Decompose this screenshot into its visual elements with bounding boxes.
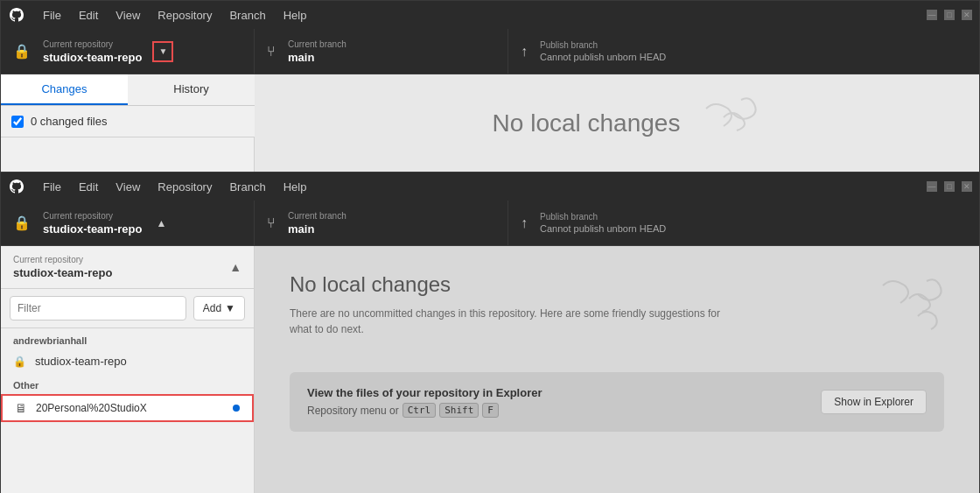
repo-selector-up-button[interactable]: ▲ (229, 260, 242, 274)
unsynced-dot (233, 405, 240, 412)
current-repo-label: Current repository (43, 40, 142, 49)
bottom-toolbar: 🔒 Current repository studiox-team-repo ▲… (1, 201, 979, 246)
repo-dropdown-button[interactable]: ▼ (152, 41, 173, 62)
bottom-branch-name-label: main (288, 223, 346, 235)
repo-selector-name: studiox-team-repo (13, 266, 112, 279)
kbd-ctrl: Ctrl (402, 403, 437, 418)
filter-row: Add ▼ (1, 289, 254, 328)
no-changes-illustration (865, 272, 944, 337)
bottom-main-content: No local changes There are no uncommitte… (255, 246, 979, 493)
menu-edit[interactable]: Edit (72, 5, 105, 25)
menu-view[interactable]: View (108, 5, 147, 25)
top-toolbar: 🔒 Current repository studiox-team-repo ▼… (1, 29, 979, 74)
repo-info: Current repository studiox-team-repo (43, 40, 142, 63)
close-button[interactable]: ✕ (962, 10, 972, 20)
kbd-shift: Shift (439, 403, 479, 418)
action-card-title: View the files of your repository in Exp… (307, 386, 821, 399)
bottom-branch-icon: ⑂ (267, 215, 276, 231)
publish-branch-label: Publish branch (540, 41, 666, 50)
repo-selector-info: Current repository studiox-team-repo (13, 255, 112, 279)
bottom-minimize-button[interactable]: — (927, 181, 937, 192)
current-branch-label: Current branch (288, 40, 346, 49)
changed-files-label: 0 changed files (31, 115, 107, 128)
left-panel: Current repository studiox-team-repo ▲ A… (1, 246, 255, 493)
action-card-text: View the files of your repository in Exp… (307, 386, 821, 418)
show-in-explorer-button[interactable]: Show in Explorer (821, 390, 927, 414)
menu-help[interactable]: Help (276, 5, 314, 25)
bottom-menu-branch[interactable]: Branch (222, 177, 272, 197)
list-item-studiox-team-repo[interactable]: 🔒 studiox-team-repo (1, 349, 254, 373)
filter-input[interactable] (10, 296, 186, 320)
select-all-checkbox[interactable] (11, 116, 24, 128)
bottom-menu-help[interactable]: Help (276, 177, 314, 197)
add-dropdown-arrow: ▼ (225, 302, 235, 314)
repo-selector-label: Current repository (13, 255, 112, 264)
maximize-button[interactable]: □ (944, 10, 955, 20)
branch-info: Current branch main (288, 40, 346, 63)
current-repo-section[interactable]: 🔒 Current repository studiox-team-repo ▼ (1, 29, 255, 74)
publish-branch-section[interactable]: ↑ Publish branch Cannot publish unborn H… (508, 29, 979, 74)
minimize-button[interactable]: — (927, 10, 937, 20)
bottom-repo-up-icon[interactable]: ▲ (156, 217, 166, 229)
no-changes-description: There are no uncommitted changes in this… (290, 306, 727, 337)
top-left-panel: Changes History 0 changed files (1, 74, 255, 173)
action-card-subtitle-prefix: Repository menu or (307, 405, 399, 417)
menu-branch[interactable]: Branch (222, 5, 272, 25)
list-item-lock-icon: 🔒 (13, 356, 26, 368)
branch-icon: ⑂ (267, 44, 276, 60)
bottom-publish-branch-label: Publish branch (540, 213, 666, 222)
bottom-layout: Current repository studiox-team-repo ▲ A… (1, 246, 979, 493)
top-window: File Edit View Repository Branch Help — … (0, 0, 980, 172)
top-layout: Changes History 0 changed files No local… (1, 74, 979, 173)
list-item-personal-repo-name: 20Personal%20StudioX (36, 402, 224, 414)
publish-info: Publish branch Cannot publish unborn HEA… (540, 41, 666, 62)
list-item-personal-studiox[interactable]: 🖥 20Personal%20StudioX (1, 394, 254, 422)
group-andrewbrianhall: andrewbrianhall (1, 328, 254, 349)
bottom-current-branch-section[interactable]: ⑂ Current branch main (255, 201, 508, 245)
list-item-repo-name: studiox-team-repo (35, 355, 127, 368)
publish-branch-sub: Cannot publish unborn HEAD (540, 53, 666, 62)
list-item-computer-icon: 🖥 (15, 401, 27, 415)
no-changes-title: No local changes (290, 272, 727, 297)
bottom-publish-branch-sub: Cannot publish unborn HEAD (540, 224, 666, 234)
bottom-repo-info: Current repository studiox-team-repo (43, 212, 142, 235)
current-branch-section[interactable]: ⑂ Current branch main (255, 29, 508, 74)
kbd-f: F (482, 403, 499, 418)
tabs-bar: Changes History (1, 74, 255, 106)
tab-history[interactable]: History (128, 74, 255, 105)
bottom-current-repo-section[interactable]: 🔒 Current repository studiox-team-repo ▲ (1, 201, 255, 245)
bottom-close-button[interactable]: ✕ (962, 181, 972, 192)
illustration (680, 91, 759, 147)
bottom-menu-view[interactable]: View (108, 177, 147, 197)
bottom-current-repo-label: Current repository (43, 212, 142, 221)
menu-file[interactable]: File (36, 5, 68, 25)
github-logo-icon-2[interactable] (8, 178, 25, 195)
no-changes-section: No local changes There are no uncommitte… (255, 246, 979, 372)
tab-changes[interactable]: Changes (1, 74, 128, 105)
github-logo-icon[interactable] (8, 6, 25, 24)
menu-repository[interactable]: Repository (150, 5, 219, 25)
repo-name-label: studiox-team-repo (43, 52, 142, 63)
action-card: View the files of your repository in Exp… (290, 372, 944, 432)
window-controls: — □ ✕ (927, 10, 972, 20)
add-button[interactable]: Add ▼ (193, 296, 245, 320)
bottom-window: File Edit View Repository Branch Help — … (0, 172, 980, 493)
top-main-content: No local changes (255, 74, 979, 173)
bottom-publish-branch-section[interactable]: ↑ Publish branch Cannot publish unborn H… (508, 201, 979, 245)
upload-icon: ↑ (521, 44, 528, 60)
bottom-branch-info: Current branch main (288, 212, 346, 235)
bottom-window-controls: — □ ✕ (927, 181, 972, 192)
bottom-maximize-button[interactable]: □ (944, 181, 955, 192)
top-main-title: No local changes (493, 109, 681, 137)
bottom-menu-repository[interactable]: Repository (150, 177, 219, 197)
action-card-subtitle: Repository menu or Ctrl Shift F (307, 403, 821, 418)
top-menu-bar: File Edit View Repository Branch Help — … (1, 1, 979, 29)
bottom-menu-bar: File Edit View Repository Branch Help — … (1, 173, 979, 201)
lock-icon: 🔒 (13, 43, 31, 60)
bottom-repo-name-label: studiox-team-repo (43, 223, 142, 235)
bottom-menu-file[interactable]: File (36, 177, 68, 197)
repo-selector[interactable]: Current repository studiox-team-repo ▲ (1, 246, 254, 289)
bottom-lock-icon: 🔒 (13, 215, 31, 231)
add-button-label: Add (203, 302, 221, 314)
bottom-menu-edit[interactable]: Edit (72, 177, 105, 197)
